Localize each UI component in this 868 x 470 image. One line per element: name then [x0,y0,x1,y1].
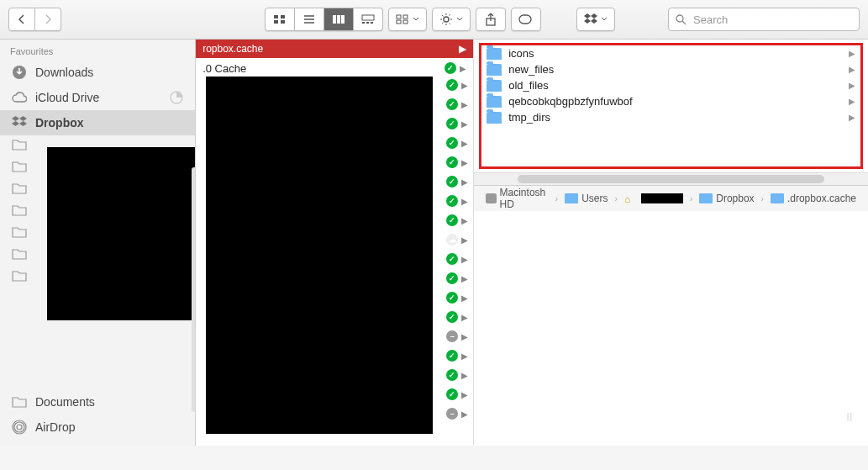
breadcrumb-item[interactable]: Users [565,193,608,204]
svg-rect-10 [362,15,374,20]
breadcrumb-separator: › [690,194,692,203]
view-list-button[interactable] [295,8,324,31]
file-row[interactable]: ✓▶ [446,154,468,171]
view-icon-button[interactable] [265,8,295,31]
file-row[interactable]: –▶ [446,405,468,422]
svg-point-26 [14,422,24,432]
sidebar: Favourites Downloads iCloud Drive Dropbo… [0,40,196,446]
scrollbar-track[interactable] [518,175,824,183]
file-row[interactable]: ✓▶ [446,77,468,93]
sidebar-item-creative-cloud[interactable]: Creative Cloud Files [0,440,195,446]
chevron-right-icon: ▶ [461,371,468,380]
horizontal-scrollbar[interactable] [474,172,868,185]
back-button[interactable] [8,8,35,31]
file-row[interactable]: ☁▶ [446,231,468,248]
search-input[interactable] [692,13,852,27]
sidebar-item-airdrop[interactable]: AirDrop [0,415,195,440]
file-row[interactable]: ✓▶ [446,212,468,229]
svg-line-22 [682,21,686,24]
sidebar-item-documents[interactable]: Documents [0,389,195,415]
breadcrumb-label: Users [581,193,608,204]
folder-icon [487,112,502,124]
file-row[interactable]: ✓▶ [446,115,468,132]
chevron-right-icon: ▶ [461,158,468,167]
chevron-down-icon [456,17,463,22]
file-row[interactable]: ✓▶ [446,173,468,190]
view-columns-button[interactable] [324,8,354,31]
folder-icon [487,96,502,108]
sidebar-item-downloads[interactable]: Downloads [0,60,195,85]
chevron-right-icon: ▶ [461,332,468,341]
search-field[interactable] [668,8,860,31]
chevron-right-icon: ▶ [461,274,468,283]
breadcrumb-separator: › [761,194,764,203]
action-button[interactable] [432,8,471,31]
sidebar-item-dropbox[interactable]: Dropbox [0,110,195,135]
folder-icon [565,193,578,203]
folder-item[interactable]: new_files▶ [481,61,860,77]
folder-icon [12,161,27,176]
arrange-button[interactable] [388,8,427,31]
folder-icon [12,139,27,154]
file-row[interactable]: ✓▶ [446,386,468,403]
folder-icon [771,193,784,203]
column-1: ropbox.cache ▶ .0 Cache ✓ ▶ ✓▶✓▶✓▶✓▶✓▶✓▶… [196,40,474,446]
file-row[interactable]: –▶ [446,328,468,345]
chevron-down-icon [601,17,608,22]
sync-ok-icon: ✓ [446,369,458,381]
redacted-region [47,147,196,320]
svg-rect-1 [281,15,285,18]
sync-ok-icon: ✓ [446,156,458,168]
chevron-right-icon: ▶ [459,43,466,55]
sync-ok-icon: ✓ [446,118,458,129]
home-icon: ⌂ [624,193,638,203]
dropbox-icon [584,13,597,25]
redacted-region [206,77,433,434]
breadcrumb-item[interactable]: Dropbox [699,193,754,204]
view-gallery-button[interactable] [354,8,383,31]
sidebar-item-label: iCloud Drive [35,91,99,104]
dropbox-toolbar-button[interactable] [576,8,615,31]
folder-icon [487,48,502,60]
folder-item[interactable]: icons▶ [481,45,860,61]
sidebar-item-icloud[interactable]: iCloud Drive [0,85,195,110]
file-row[interactable]: ✓▶ [446,251,468,267]
sync-ok-icon: ✓ [446,137,458,149]
folder-icon [12,248,27,263]
sidebar-item-label: Documents [35,395,95,409]
folder-icon [12,394,27,409]
column-resize-handle[interactable]: || [847,412,853,421]
folder-item[interactable]: old_files▶ [481,77,860,93]
file-row[interactable]: ✓▶ [446,270,468,287]
folder-item[interactable]: tmp_dirs▶ [481,109,860,125]
chevron-right-icon: ▶ [460,64,466,73]
file-row[interactable]: ✓▶ [446,367,468,383]
svg-rect-8 [337,15,340,24]
file-label: .0 Cache [203,62,246,75]
harddrive-icon [486,193,496,203]
selected-item-row[interactable]: ropbox.cache ▶ [196,40,473,58]
folder-icon [12,270,27,285]
breadcrumb-separator: › [555,194,558,203]
folder-item[interactable]: qebcobkqbgpbzfynfuwbof▶ [481,93,860,109]
svg-rect-17 [403,20,408,24]
breadcrumb-item[interactable]: ⌂ [624,193,683,203]
share-button[interactable] [476,8,506,31]
file-row[interactable]: .0 Cache ✓ ▶ [196,58,473,78]
folder-icon [12,204,27,219]
breadcrumb-item[interactable]: .dropbox.cache [771,193,856,204]
chevron-right-icon: ▶ [461,351,468,361]
file-row[interactable]: ✓▶ [446,289,468,306]
breadcrumb-item[interactable]: Macintosh HD [486,187,549,210]
chevron-right-icon: ▶ [849,113,855,122]
arrange-icon [396,14,409,24]
file-row[interactable]: ✓▶ [446,193,468,209]
svg-rect-2 [274,20,278,24]
file-row[interactable]: ✓▶ [446,96,468,113]
folder-icon [487,80,502,92]
file-row[interactable]: ✓▶ [446,135,468,151]
file-row[interactable]: ✓▶ [446,309,468,325]
forward-button[interactable] [35,8,61,31]
tags-button[interactable] [511,8,541,31]
file-row[interactable]: ✓▶ [446,347,468,364]
